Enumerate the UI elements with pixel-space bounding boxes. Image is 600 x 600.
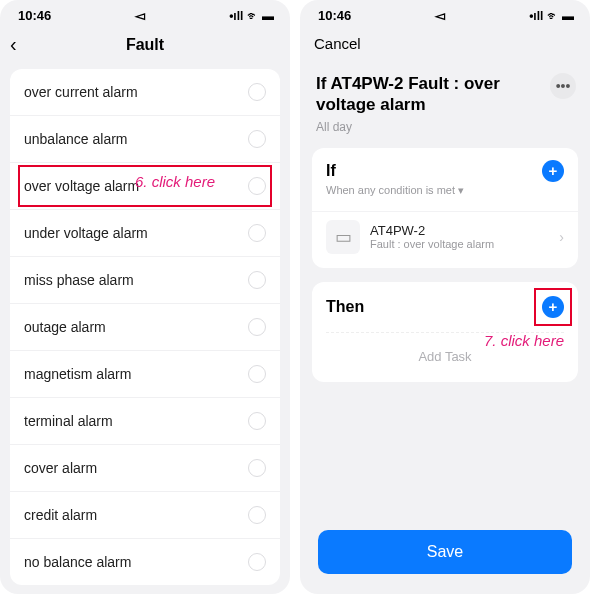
list-item-over-voltage[interactable]: over voltage alarm 6. click here	[10, 163, 280, 210]
radio-icon[interactable]	[248, 130, 266, 148]
cancel-button[interactable]: Cancel	[314, 35, 361, 52]
status-icons: •ıll ᯤ ▬	[229, 9, 274, 23]
radio-icon[interactable]	[248, 412, 266, 430]
if-section: If + When any condition is met ▾ ▭ AT4PW…	[312, 148, 578, 268]
radio-icon[interactable]	[248, 553, 266, 571]
navbar: ‹ Fault	[0, 27, 290, 63]
device-icon: ▭	[326, 220, 360, 254]
if-header: If +	[312, 148, 578, 184]
radio-icon[interactable]	[248, 83, 266, 101]
then-header: Then +	[312, 282, 578, 328]
radio-icon[interactable]	[248, 177, 266, 195]
list-label: unbalance alarm	[24, 131, 128, 147]
list-label: magnetism alarm	[24, 366, 131, 382]
navbar: Cancel	[300, 27, 590, 63]
list-label: outage alarm	[24, 319, 106, 335]
list-item-miss-phase[interactable]: miss phase alarm	[10, 257, 280, 304]
list-label: no balance alarm	[24, 554, 131, 570]
phone-right: 10:46 ◅ •ıll ᯤ ▬ Cancel If AT4PW-2 Fault…	[300, 0, 590, 594]
list-label: cover alarm	[24, 460, 97, 476]
list-label: under voltage alarm	[24, 225, 148, 241]
list-item-unbalance[interactable]: unbalance alarm	[10, 116, 280, 163]
fault-list: over current alarm unbalance alarm over …	[10, 69, 280, 585]
if-title: If	[326, 162, 336, 180]
more-button[interactable]: •••	[550, 73, 576, 99]
radio-icon[interactable]	[248, 224, 266, 242]
back-icon[interactable]: ‹	[10, 33, 17, 56]
list-item-over-current[interactable]: over current alarm	[10, 69, 280, 116]
status-bar: 10:46 ◅ •ıll ᯤ ▬	[300, 0, 590, 27]
then-title: Then	[326, 298, 364, 316]
list-item-outage[interactable]: outage alarm	[10, 304, 280, 351]
list-item-no-balance[interactable]: no balance alarm	[10, 539, 280, 585]
list-item-under-voltage[interactable]: under voltage alarm	[10, 210, 280, 257]
condition-item[interactable]: ▭ AT4PW-2 Fault : over voltage alarm ›	[312, 211, 578, 268]
status-loc-icon: ◅	[435, 8, 445, 23]
automation-subtitle: All day	[316, 120, 574, 134]
status-time: 10:46	[318, 8, 351, 23]
device-desc: Fault : over voltage alarm	[370, 238, 494, 250]
list-label: miss phase alarm	[24, 272, 134, 288]
list-label: terminal alarm	[24, 413, 113, 429]
list-item-credit[interactable]: credit alarm	[10, 492, 280, 539]
chevron-right-icon: ›	[559, 229, 564, 245]
list-label: over current alarm	[24, 84, 138, 100]
list-item-magnetism[interactable]: magnetism alarm	[10, 351, 280, 398]
page-title: Fault	[126, 36, 164, 54]
automation-title: If AT4PW-2 Fault : over voltage alarm	[316, 73, 526, 116]
condition-text: AT4PW-2 Fault : over voltage alarm	[370, 223, 494, 250]
radio-icon[interactable]	[248, 271, 266, 289]
list-label: credit alarm	[24, 507, 97, 523]
status-icons: •ıll ᯤ ▬	[529, 9, 574, 23]
status-time: 10:46	[18, 8, 51, 23]
if-subtitle[interactable]: When any condition is met ▾	[312, 184, 578, 207]
save-button[interactable]: Save	[318, 530, 572, 574]
then-add-button[interactable]: +	[542, 296, 564, 318]
radio-icon[interactable]	[248, 459, 266, 477]
status-bar: 10:46 ◅ •ıll ᯤ ▬	[0, 0, 290, 27]
radio-icon[interactable]	[248, 318, 266, 336]
list-label: over voltage alarm	[24, 178, 139, 194]
list-item-terminal[interactable]: terminal alarm	[10, 398, 280, 445]
status-loc-icon: ◅	[135, 8, 145, 23]
then-section: Then + 7. click here Add Task	[312, 282, 578, 382]
phone-left: 10:46 ◅ •ıll ᯤ ▬ ‹ Fault over current al…	[0, 0, 290, 594]
if-add-button[interactable]: +	[542, 160, 564, 182]
more-icon: •••	[556, 78, 571, 94]
radio-icon[interactable]	[248, 506, 266, 524]
radio-icon[interactable]	[248, 365, 266, 383]
annotation-text-7: 7. click here	[484, 332, 564, 349]
list-item-cover[interactable]: cover alarm	[10, 445, 280, 492]
annotation-text-6: 6. click here	[135, 173, 215, 190]
automation-header: If AT4PW-2 Fault : over voltage alarm Al…	[300, 63, 590, 142]
device-name: AT4PW-2	[370, 223, 494, 238]
